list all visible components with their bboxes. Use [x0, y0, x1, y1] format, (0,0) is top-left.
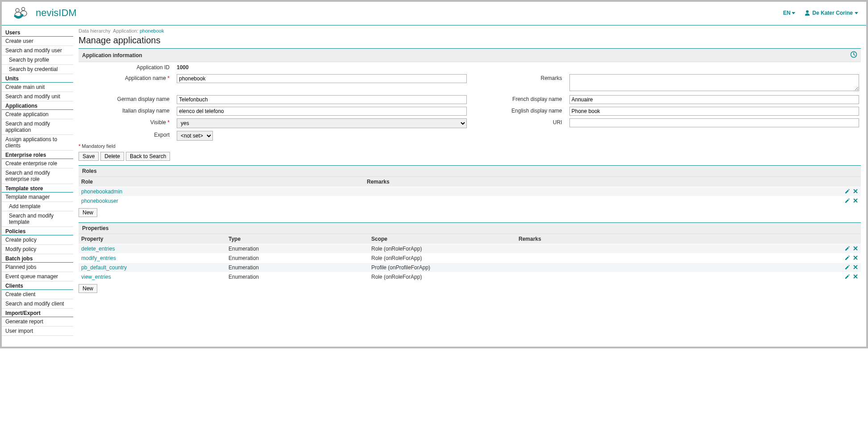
property-type: Enumeration	[228, 274, 371, 280]
sidebar-item[interactable]: Event queue manager	[2, 272, 73, 281]
properties-panel: Properties Property Type Scope Remarks d…	[79, 222, 861, 294]
property-link[interactable]: pb_default_country	[81, 264, 127, 271]
value-app-id: 1000	[175, 62, 469, 73]
chevron-down-icon	[792, 12, 795, 14]
svg-point-2	[16, 8, 19, 12]
sidebar-item[interactable]: Create policy	[2, 235, 73, 245]
app-info-title: Application information	[82, 52, 142, 59]
sidebar-item[interactable]: Create application	[2, 110, 73, 119]
user-name: De Kater Corine	[812, 10, 853, 16]
property-scope: Role (onRoleForApp)	[371, 246, 519, 252]
save-button[interactable]: Save	[79, 152, 99, 161]
user-icon	[804, 10, 810, 16]
sidebar-item[interactable]: Generate report	[2, 317, 73, 327]
input-app-name[interactable]	[177, 74, 467, 83]
delete-icon[interactable]	[853, 246, 858, 252]
label-app-name: Application name	[125, 75, 166, 81]
label-app-id: Application ID	[79, 62, 172, 73]
role-link[interactable]: phonebookuser	[81, 198, 118, 204]
app-info-panel: Application information Application ID 1…	[79, 48, 861, 161]
label-german: German display name	[79, 94, 172, 105]
properties-new-button[interactable]: New	[79, 284, 97, 293]
sidebar-item[interactable]: User import	[2, 327, 73, 336]
input-german[interactable]	[177, 95, 467, 104]
delete-icon[interactable]	[853, 264, 858, 271]
sidebar-item[interactable]: Search and modify enterprise role	[2, 168, 73, 184]
app-title: nevisIDM	[36, 7, 77, 19]
delete-icon[interactable]	[853, 198, 858, 204]
input-french[interactable]	[569, 95, 860, 104]
page-title: Manage applications	[79, 35, 861, 46]
sidebar-item[interactable]: Assign applications to clients	[2, 135, 73, 151]
back-button[interactable]: Back to Search	[126, 152, 170, 161]
property-type: Enumeration	[228, 255, 371, 261]
edit-icon[interactable]	[845, 255, 850, 261]
edit-icon[interactable]	[845, 246, 850, 252]
delete-icon[interactable]	[853, 255, 858, 261]
delete-button[interactable]: Delete	[100, 152, 124, 161]
sidebar-item[interactable]: Create user	[2, 37, 73, 46]
svg-point-3	[22, 8, 25, 11]
sidebar-item[interactable]: Search and modify unit	[2, 92, 73, 101]
sidebar-section: Enterprise roles	[2, 151, 73, 159]
sidebar-item[interactable]: Add template	[2, 202, 73, 211]
sidebar-item[interactable]: Search and modify application	[2, 119, 73, 135]
input-uri[interactable]	[569, 118, 860, 127]
sidebar-section: Policies	[2, 227, 73, 235]
input-remarks[interactable]	[569, 74, 860, 91]
language-selector[interactable]: EN	[783, 10, 796, 16]
select-visible[interactable]: yes	[177, 118, 467, 128]
delete-icon[interactable]	[853, 274, 858, 280]
sidebar-item[interactable]: Template manager	[2, 193, 73, 202]
property-scope: Role (onRoleForApp)	[371, 255, 519, 261]
sidebar-item[interactable]: Create main unit	[2, 83, 73, 92]
property-scope: Role (onRoleForApp)	[371, 274, 519, 280]
sidebar-item[interactable]: Planned jobs	[2, 263, 73, 272]
header-right: EN De Kater Corine	[783, 10, 858, 16]
sidebar-section: Users	[2, 28, 73, 37]
input-english[interactable]	[569, 107, 860, 116]
input-italian[interactable]	[177, 107, 467, 116]
sidebar-section: Template store	[2, 184, 73, 193]
edit-icon[interactable]	[845, 198, 850, 204]
language-label: EN	[783, 10, 791, 16]
sidebar-item[interactable]: Create client	[2, 290, 73, 299]
roles-new-button[interactable]: New	[79, 208, 97, 217]
history-icon[interactable]	[850, 51, 857, 59]
user-menu[interactable]: De Kater Corine	[804, 10, 858, 16]
property-link[interactable]: delete_entries	[81, 246, 115, 252]
header-left: nevisIDM	[12, 5, 77, 21]
sidebar-item[interactable]: Search and modify user	[2, 46, 73, 55]
select-export[interactable]: <not set>	[177, 131, 213, 141]
roles-col-role: Role	[81, 179, 367, 185]
property-link[interactable]: view_entries	[81, 274, 111, 280]
edit-icon[interactable]	[845, 264, 850, 271]
table-row: phonebookadmin	[79, 187, 861, 196]
label-english: English display name	[471, 105, 565, 117]
delete-icon[interactable]	[853, 188, 858, 195]
properties-title: Properties	[82, 225, 108, 231]
table-row: pb_default_countryEnumerationProfile (on…	[79, 263, 861, 272]
label-remarks: Remarks	[471, 73, 565, 94]
sidebar-item[interactable]: Search and modify template	[2, 211, 73, 227]
property-remarks	[519, 264, 837, 271]
sidebar-item[interactable]: Search by profile	[2, 55, 73, 65]
property-type: Enumeration	[228, 246, 371, 252]
props-col-remarks: Remarks	[519, 236, 837, 242]
label-export: Export	[79, 130, 172, 142]
breadcrumb-link[interactable]: phonebook	[140, 28, 164, 33]
sidebar-item[interactable]: Modify policy	[2, 245, 73, 254]
sidebar-item[interactable]: Search by credential	[2, 65, 73, 74]
role-link[interactable]: phonebookadmin	[81, 188, 122, 195]
property-link[interactable]: modify_entries	[81, 255, 116, 261]
mandatory-text: Mandatory field	[82, 143, 115, 149]
sidebar-item[interactable]: Create enterprise role	[2, 159, 73, 168]
table-row: view_entriesEnumerationRole (onRoleForAp…	[79, 272, 861, 281]
property-remarks	[519, 255, 837, 261]
sidebar-item[interactable]: Search and modify client	[2, 299, 73, 309]
property-scope: Profile (onProfileForApp)	[371, 264, 519, 271]
edit-icon[interactable]	[845, 274, 850, 280]
roles-col-remarks: Remarks	[367, 179, 837, 185]
label-italian: Italian display name	[79, 105, 172, 117]
edit-icon[interactable]	[845, 188, 850, 195]
